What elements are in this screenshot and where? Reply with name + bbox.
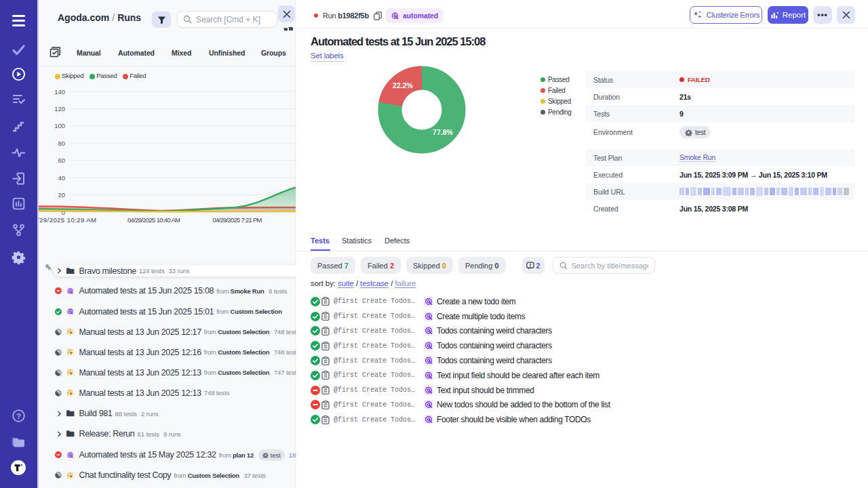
svg-text:20: 20: [58, 191, 65, 199]
svg-text:22.2%: 22.2%: [393, 81, 413, 89]
svg-text:77.8%: 77.8%: [433, 128, 453, 136]
svg-text:40: 40: [58, 174, 65, 182]
svg-text:04/29/2025 10:40 AM: 04/29/2025 10:40 AM: [127, 216, 180, 224]
svg-text:140: 140: [54, 88, 65, 96]
svg-text:/29/2025 10:29 AM: /29/2025 10:29 AM: [39, 216, 96, 224]
svg-text:100: 100: [54, 122, 65, 129]
svg-text:80: 80: [58, 140, 65, 147]
svg-text:04/29/2025 7:21 PM: 04/29/2025 7:21 PM: [213, 216, 262, 224]
svg-text:120: 120: [54, 105, 65, 113]
svg-text:?: ?: [16, 412, 21, 420]
svg-text:60: 60: [58, 157, 65, 164]
